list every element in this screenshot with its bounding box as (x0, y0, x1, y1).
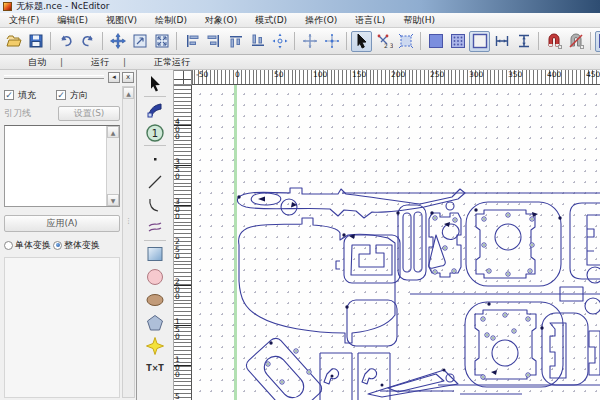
whole-transform-label: 整体变换 (64, 239, 100, 252)
align-top-button[interactable] (225, 31, 246, 52)
tool-point[interactable] (142, 147, 168, 170)
svg-text:2 3: 2 3 (384, 42, 393, 49)
zoom-window-button[interactable] (129, 31, 150, 52)
tool-rectangle[interactable] (142, 242, 168, 265)
tool-line[interactable] (142, 170, 168, 193)
select-cursor-icon (353, 32, 371, 50)
node-edit-button[interactable]: 2 3 (373, 31, 394, 52)
snap-off-button[interactable] (565, 31, 586, 52)
property-panel: ◂ x ✓ 填充 ✓ 方向 引刀线 设置(S) ▲ ▼ (0, 70, 137, 400)
direction-checkbox-label: 方向 (70, 89, 88, 102)
align-right-button[interactable] (203, 31, 224, 52)
tool-arc[interactable] (142, 193, 168, 216)
panel-titlebar[interactable]: ◂ x (0, 70, 136, 84)
scroll-down-icon[interactable]: ▼ (107, 194, 119, 206)
v-ruler-tick: 200 (175, 278, 183, 301)
open-icon (5, 32, 23, 50)
tool-circle[interactable] (142, 265, 168, 288)
toolbar-separator (346, 32, 347, 50)
menu-item-operation[interactable]: 操作(O) (296, 13, 346, 28)
palette-separator (144, 240, 166, 241)
panel-close-button[interactable]: x (122, 72, 134, 83)
menu-item-draw[interactable]: 绘制(D) (146, 13, 196, 28)
panel-scrollbar[interactable]: ▲ ⋮ (122, 86, 135, 398)
tool-circled-1[interactable]: 1 (142, 121, 168, 144)
h-ruler-tick: 350 (508, 70, 522, 79)
fill-checkbox[interactable]: ✓ (4, 90, 14, 100)
fit-vertical-button[interactable] (513, 31, 534, 52)
fit-horizontal-icon (493, 32, 511, 50)
center-origin-button[interactable] (269, 31, 290, 52)
transform-box-button[interactable] (395, 31, 416, 52)
direction-checkbox[interactable]: ✓ (56, 90, 66, 100)
fit-vertical-icon (515, 32, 533, 50)
select-arrow-icon (145, 74, 165, 94)
align-bottom-button[interactable] (247, 31, 268, 52)
panel-empty-area (4, 257, 120, 398)
save-button[interactable] (25, 31, 46, 52)
snap-on-icon (545, 32, 563, 50)
h-ruler-tick: 300 (469, 70, 483, 79)
menu-item-edit[interactable]: 编辑(E) (48, 13, 97, 28)
tool-ellipse[interactable] (142, 288, 168, 311)
menu-item-file[interactable]: 文件(F) (0, 13, 48, 28)
point-icon (145, 149, 165, 169)
move-cross-button[interactable] (299, 31, 320, 52)
drawing-canvas[interactable] (192, 85, 600, 400)
fill-checkbox-label: 填充 (18, 89, 36, 102)
h-ruler-tick: 200 (391, 70, 405, 79)
align-left-button[interactable] (181, 31, 202, 52)
move-cross-small-icon (323, 32, 341, 50)
panel-body: ✓ 填充 ✓ 方向 引刀线 设置(S) ▲ ▼ 应用(A) (0, 84, 136, 400)
tool-star[interactable] (142, 334, 168, 357)
undo-button[interactable] (55, 31, 76, 52)
apply-button[interactable]: 应用(A) (4, 215, 120, 232)
select-cursor-button[interactable] (351, 31, 372, 52)
parameter-listbox[interactable]: ▲ ▼ (4, 125, 120, 207)
menu-item-object[interactable]: 对象(O) (196, 13, 246, 28)
tool-text[interactable]: T×T (142, 357, 168, 380)
scroll-up-icon[interactable]: ▲ (107, 126, 119, 138)
zoom-extents-button[interactable] (151, 31, 172, 52)
splitter-handle[interactable]: ⋮ (123, 219, 134, 223)
clipped-edge-button[interactable] (595, 31, 600, 52)
fill-outline-icon (471, 32, 489, 50)
listbox-scrollbar[interactable]: ▲ ▼ (106, 126, 119, 206)
h-ruler-tick: 0 (235, 70, 240, 79)
tool-polygon[interactable] (142, 311, 168, 334)
menu-item-help[interactable]: 帮助(H) (394, 13, 444, 28)
fill-hatched-button[interactable] (447, 31, 468, 52)
tool-spline[interactable] (142, 216, 168, 239)
panel-pin-button[interactable]: ◂ (108, 72, 120, 83)
toolbar-separator (102, 32, 103, 50)
fill-solid-button[interactable] (425, 31, 446, 52)
menu-item-view[interactable]: 视图(V) (97, 13, 146, 28)
rectangle-icon (145, 244, 165, 264)
fit-horizontal-button[interactable] (491, 31, 512, 52)
lead-line-label: 引刀线 (4, 107, 31, 120)
whole-transform-radio[interactable] (53, 241, 62, 250)
pan-view-button[interactable] (107, 31, 128, 52)
main-toolbar: 2 3 (0, 28, 600, 55)
v-ruler-tick: 250 (175, 238, 183, 261)
redo-button[interactable] (77, 31, 98, 52)
fill-outline-button[interactable] (469, 31, 490, 52)
menu-item-mode[interactable]: 模式(D) (246, 13, 296, 28)
h-ruler-tick: 150 (352, 70, 366, 79)
tool-select[interactable] (142, 72, 168, 95)
ellipse-icon (145, 290, 165, 310)
fill-hatched-icon (449, 32, 467, 50)
mode-auto[interactable]: 自动 (0, 56, 60, 69)
snap-on-button[interactable] (543, 31, 564, 52)
window-titlebar: 无标题.nce - NcEditor (0, 0, 600, 13)
mode-run[interactable]: 运行 (63, 56, 123, 69)
menu-item-language[interactable]: 语言(L) (346, 13, 394, 28)
open-button[interactable] (3, 31, 24, 52)
zoom-extents-icon (153, 32, 171, 50)
move-cross-small-button[interactable] (321, 31, 342, 52)
lead-line-settings-button[interactable]: 设置(S) (58, 106, 120, 121)
mode-normal-run[interactable]: 正常运行 (126, 56, 204, 69)
tool-node-edit[interactable] (142, 98, 168, 121)
single-transform-radio[interactable] (4, 241, 13, 250)
scroll-up-icon[interactable]: ▲ (123, 87, 134, 99)
